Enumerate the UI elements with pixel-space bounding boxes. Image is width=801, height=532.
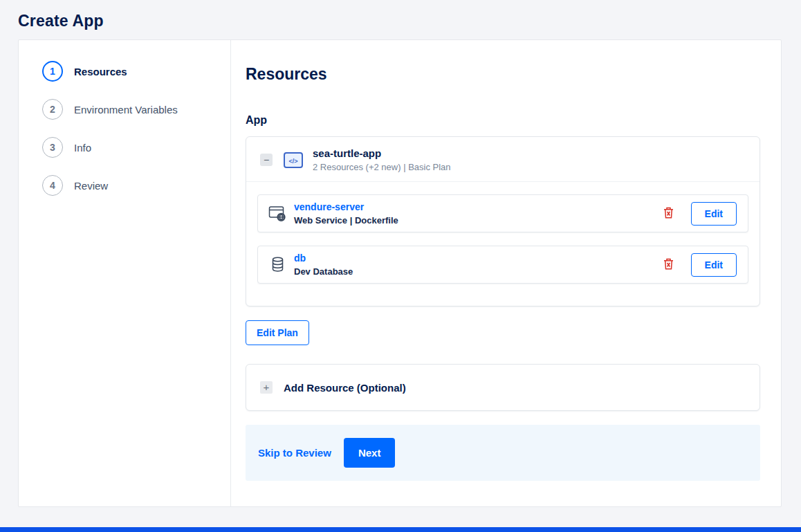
add-resource-card[interactable]: + Add Resource (Optional) <box>246 364 760 411</box>
collapse-app-button[interactable]: − <box>260 154 273 166</box>
resource-actions: Edit <box>663 253 737 277</box>
step-number: 1 <box>42 61 63 82</box>
svg-text:</>: </> <box>288 157 297 164</box>
resource-text-block: vendure-server Web Service | Dockerfile <box>294 201 398 226</box>
step-number: 4 <box>42 175 63 196</box>
page-header: Create App <box>0 0 801 39</box>
page-title: Create App <box>18 12 783 30</box>
step-environment-variables[interactable]: 2 Environment Variables <box>42 99 230 120</box>
delete-resource-button[interactable] <box>663 207 674 221</box>
resource-text-block: db Dev Database <box>294 253 353 277</box>
edit-resource-button[interactable]: Edit <box>691 202 737 226</box>
step-label: Review <box>74 180 108 192</box>
app-name: sea-turtle-app <box>313 147 451 159</box>
resource-actions: Edit <box>663 202 737 226</box>
add-resource-label: Add Resource (Optional) <box>284 382 406 394</box>
web-service-icon <box>268 205 287 222</box>
app-section-label: App <box>246 114 760 127</box>
step-resources[interactable]: 1 Resources <box>42 61 230 82</box>
section-heading: Resources <box>246 65 760 84</box>
resource-type: Dev Database <box>294 266 353 277</box>
bottom-accent-bar <box>0 527 801 532</box>
plus-icon: + <box>260 381 273 394</box>
resource-row-db: db Dev Database <box>257 246 748 284</box>
create-app-panel: 1 Resources 2 Environment Variables 3 In… <box>18 39 782 507</box>
trash-icon <box>663 207 674 221</box>
step-label: Info <box>74 142 91 154</box>
edit-plan-button[interactable]: Edit Plan <box>246 320 309 345</box>
skip-to-review-link[interactable]: Skip to Review <box>258 447 331 459</box>
app-card-header: − </> sea-turtle-app 2 Resources (+2 new… <box>246 137 759 182</box>
step-info[interactable]: 3 Info <box>42 137 230 158</box>
resource-row-vendure-server: vendure-server Web Service | Dockerfile <box>257 194 748 232</box>
trash-icon <box>663 258 674 272</box>
next-button[interactable]: Next <box>344 438 396 468</box>
wizard-stepper: 1 Resources 2 Environment Variables 3 In… <box>19 40 231 506</box>
edit-resource-button[interactable]: Edit <box>691 253 737 277</box>
app-title-block: sea-turtle-app 2 Resources (+2 new) | Ba… <box>313 147 451 172</box>
resource-name-link[interactable]: db <box>294 253 353 264</box>
resource-name-link[interactable]: vendure-server <box>294 201 398 212</box>
step-label: Resources <box>74 66 127 77</box>
step-review[interactable]: 4 Review <box>42 175 230 196</box>
resources-step-content: Resources App − </> sea-turtle-app 2 Res… <box>231 40 781 506</box>
resource-list: vendure-server Web Service | Dockerfile <box>246 182 759 306</box>
app-meta: 2 Resources (+2 new) | Basic Plan <box>313 162 451 172</box>
step-number: 2 <box>42 99 63 120</box>
code-icon: </> <box>284 152 303 168</box>
resource-type: Web Service | Dockerfile <box>294 215 398 226</box>
app-card: − </> sea-turtle-app 2 Resources (+2 new… <box>246 136 760 306</box>
delete-resource-button[interactable] <box>663 258 674 272</box>
database-icon <box>268 257 287 273</box>
wizard-footer: Skip to Review Next <box>246 425 760 481</box>
step-number: 3 <box>42 137 63 158</box>
step-label: Environment Variables <box>74 104 178 116</box>
